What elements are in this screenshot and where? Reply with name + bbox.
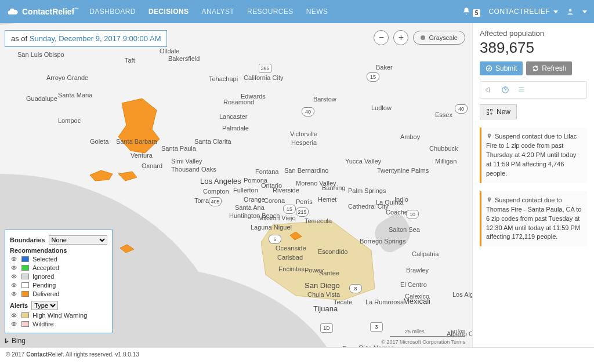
new-button[interactable]: New	[480, 104, 517, 119]
nav-dashboard[interactable]: DASHBOARD	[89, 8, 136, 16]
eye-icon[interactable]	[10, 256, 18, 262]
eye-icon[interactable]	[10, 274, 18, 279]
notifications-button[interactable]: 5	[462, 7, 480, 17]
svg-point-9	[13, 276, 15, 278]
zoom-out-button[interactable]: −	[374, 30, 389, 45]
highway-shield: 405	[209, 197, 222, 206]
svg-rect-17	[491, 110, 492, 111]
notification-count: 5	[473, 9, 481, 17]
nav-right: 5 CONTACTRELIEF	[462, 7, 587, 17]
svg-point-8	[13, 267, 15, 269]
svg-rect-18	[487, 113, 489, 115]
svg-marker-2	[90, 170, 113, 181]
highway-shield: 15	[367, 72, 379, 82]
nav-news[interactable]: NEWS	[306, 8, 328, 16]
color-swatch	[21, 256, 29, 262]
legend-rec-row[interactable]: Selected	[10, 256, 107, 263]
sidebar-tools	[480, 81, 587, 99]
as-of-date-link[interactable]: Sunday, December 9, 2017 9:00:00 AM	[30, 34, 161, 43]
delivered-area-lilac	[289, 231, 303, 241]
affected-population-label: Affected population	[480, 29, 587, 38]
highway-shield: 8	[349, 284, 362, 293]
highway-shield: 15	[283, 205, 296, 214]
nav-decisions[interactable]: DECISIONS	[148, 8, 189, 16]
map-style-button[interactable]: Grayscale	[413, 31, 465, 45]
legend-item-label: Delivered	[32, 290, 59, 297]
map-attribution: © 2017 Microsoft Corporation Terms	[381, 339, 465, 345]
legend-rec-row[interactable]: Ignored	[10, 273, 107, 280]
list-icon[interactable]	[517, 86, 526, 94]
color-swatch	[21, 312, 29, 318]
highway-shield: 40	[455, 104, 468, 114]
legend-rec-row[interactable]: Pending	[10, 282, 107, 289]
legend-item-label: Pending	[32, 282, 56, 289]
legend-rec-row[interactable]: Delivered	[10, 290, 107, 297]
main: Los AngelesSan DiegoTijuanaMexicali Oild…	[0, 23, 594, 348]
legend-item-label: High Wind Warning	[32, 312, 87, 319]
highway-shield: 3	[370, 322, 383, 332]
color-swatch	[21, 265, 29, 271]
wind-warning-area	[261, 219, 383, 306]
bell-icon	[462, 7, 470, 15]
alert-card[interactable]: Suspend contact due to Lilac Fire to 1 z…	[480, 128, 587, 183]
svg-point-0	[569, 9, 572, 12]
highway-shield: 40	[302, 107, 314, 117]
nav-analyst[interactable]: ANALYST	[202, 8, 235, 16]
svg-point-10	[13, 285, 15, 286]
caret-down-icon	[582, 10, 587, 13]
svg-rect-16	[487, 110, 489, 111]
alerts-header: Alerts	[10, 302, 28, 309]
alert-text: Suspend contact due to Lilac Fire to 1 z…	[486, 133, 577, 177]
bing-icon	[3, 337, 10, 345]
user-icon[interactable]	[566, 8, 574, 16]
color-swatch	[21, 274, 29, 279]
map[interactable]: Los AngelesSan DiegoTijuanaMexicali Oild…	[0, 23, 472, 347]
highway-shield: 395	[259, 64, 271, 73]
cloud-icon	[7, 6, 19, 17]
color-swatch	[21, 291, 29, 297]
nav-resources[interactable]: RESOURCES	[247, 8, 294, 16]
svg-point-12	[13, 315, 15, 316]
legend-alert-row[interactable]: Wildfire	[10, 321, 107, 327]
alert-card[interactable]: Suspend contact due to Thomas Fire - San…	[480, 191, 587, 247]
refresh-button[interactable]: Refresh	[526, 61, 572, 75]
caret-down-icon	[553, 10, 558, 13]
refresh-icon	[532, 65, 539, 72]
highway-shield: 5	[269, 235, 281, 244]
delivered-area-small	[119, 243, 136, 254]
eye-icon[interactable]	[10, 321, 18, 327]
highway-shield: 1D	[320, 323, 333, 333]
brand-logo[interactable]: ContactRelief™	[7, 6, 79, 17]
zoom-in-button[interactable]: +	[393, 30, 408, 45]
recommendations-header: Recommendations	[10, 247, 107, 254]
help-icon[interactable]	[501, 86, 509, 94]
legend-alert-row[interactable]: High Wind Warning	[10, 312, 107, 319]
map-scale: 25 miles50 km	[405, 329, 465, 334]
svg-marker-1	[118, 99, 160, 153]
user-menu[interactable]: CONTACTRELIEF	[488, 8, 558, 16]
eye-icon[interactable]	[10, 312, 18, 318]
megaphone-icon[interactable]	[485, 86, 493, 94]
eye-icon[interactable]	[10, 282, 18, 288]
svg-point-7	[13, 259, 15, 260]
svg-point-13	[13, 323, 15, 325]
footer: © 2017 ContactRelief. All rights reserve…	[0, 348, 594, 364]
delivered-area-islands	[87, 168, 139, 185]
submit-button[interactable]: Submit	[480, 61, 523, 75]
boundaries-select[interactable]: None	[49, 235, 107, 245]
boundaries-label: Boundaries	[10, 236, 45, 243]
alerts-type-select[interactable]: Type	[31, 301, 58, 310]
highway-shield: 10	[406, 210, 419, 219]
dot-icon	[421, 35, 425, 40]
check-icon	[486, 65, 492, 72]
affected-population-count: 389,675	[480, 39, 587, 57]
grid-plus-icon	[486, 108, 493, 115]
eye-icon[interactable]	[10, 265, 18, 271]
highway-shield: 215	[296, 208, 309, 217]
eye-icon[interactable]	[10, 291, 18, 297]
color-swatch	[21, 321, 29, 327]
legend-rec-row[interactable]: Accepted	[10, 264, 107, 271]
delivered-area-thomas	[110, 97, 168, 161]
legend-item-label: Accepted	[32, 264, 59, 271]
svg-marker-3	[118, 172, 137, 181]
